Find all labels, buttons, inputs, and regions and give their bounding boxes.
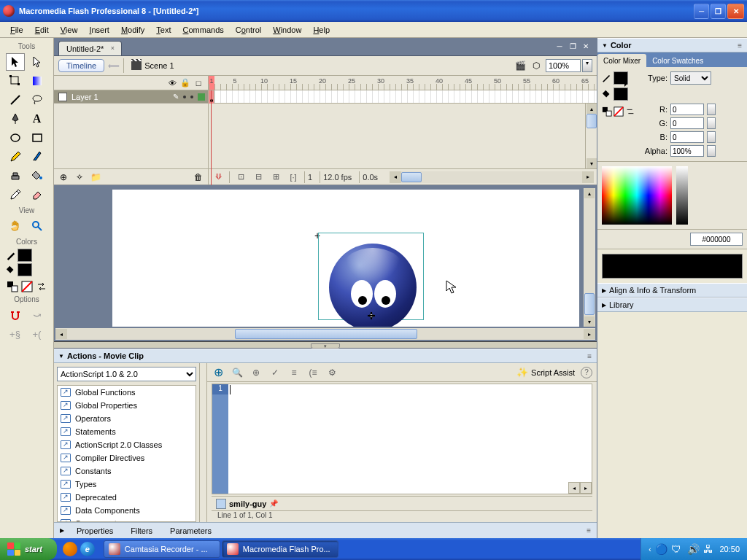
fill-swatch[interactable] [6,263,48,276]
timeline-hscroll-thumb[interactable] [401,172,422,182]
scroll-up-icon[interactable]: ▴ [587,104,597,114]
add-motion-guide-button[interactable]: ✧ [73,171,86,183]
lock-all-icon[interactable]: 🔒 [180,78,190,88]
debug-options-button[interactable]: ⚙ [325,366,338,379]
find-button[interactable]: 🔍 [231,366,244,379]
auto-format-button[interactable]: ≡ [287,366,301,379]
color-panel-menu-icon[interactable]: ≡ [738,42,743,50]
panel-drag-handle[interactable] [311,343,340,349]
stage-scroll-up-icon[interactable]: ▴ [584,188,595,198]
scroll-down-icon[interactable]: ▾ [587,158,597,168]
actions-category-item[interactable]: Operators [58,412,196,425]
ink-bottle-tool[interactable] [6,167,25,184]
help-button[interactable]: ? [581,367,592,378]
oval-tool[interactable] [6,129,25,147]
maximize-button[interactable]: ❐ [711,4,726,19]
fill-type-select[interactable]: Solid [670,71,711,85]
stage-scroll-down-icon[interactable]: ▾ [584,316,595,327]
tab-properties[interactable]: Properties [69,524,121,537]
mixer-default-colors-icon[interactable] [602,106,612,117]
actions-category-item[interactable]: Data Components [58,504,196,517]
brush-tool[interactable] [28,148,47,166]
eyedropper-tool[interactable] [6,186,25,203]
menu-file[interactable]: File [4,23,29,36]
r-spinner[interactable] [707,104,716,115]
pen-tool[interactable] [6,110,25,128]
alpha-spinner[interactable] [707,145,716,157]
code-editor[interactable]: 1 ◂▸ [212,384,592,494]
swap-colors-button[interactable] [35,281,48,292]
modify-onion-markers-button[interactable]: [·] [287,171,300,183]
script-assist-button[interactable]: ✨Script Assist [516,367,575,378]
edit-multiple-frames-button[interactable]: ⊞ [269,171,282,183]
free-transform-tool[interactable] [6,72,25,90]
panel-menu-icon[interactable]: ≡ [587,352,592,360]
doc-restore-icon[interactable]: ❐ [568,41,578,51]
clock[interactable]: 20:50 [719,545,740,553]
lasso-tool[interactable] [28,91,47,109]
menu-modify[interactable]: Modify [115,23,150,36]
timeline-toggle-button[interactable]: Timeline [58,59,104,72]
scroll-left-icon[interactable]: ◂ [390,171,401,183]
menu-commands[interactable]: Commands [177,23,230,36]
collapse-color-panel-icon[interactable]: ▼ [602,42,608,49]
splitter-handle[interactable] [200,363,207,522]
tab-parameters[interactable]: Parameters [162,524,220,537]
default-colors-button[interactable] [6,281,19,292]
show-hide-all-icon[interactable]: 👁 [167,78,177,88]
g-input[interactable] [670,117,704,129]
actions-category-item[interactable]: Global Functions [58,386,196,399]
doc-minimize-icon[interactable]: ─ [554,41,565,51]
hex-input[interactable] [690,233,743,246]
line-tool[interactable] [6,91,25,109]
r-input[interactable] [670,104,704,115]
code-scroll-right-icon[interactable]: ▸ [580,482,592,494]
system-tray[interactable]: ‹ 🔵 🛡 🔊 🖧 20:50 [640,538,747,560]
stroke-swatch[interactable] [6,249,48,262]
straighten-button[interactable]: +§ [6,325,25,343]
smooth-button[interactable]: ⤻ [28,306,47,324]
show-code-hint-button[interactable]: (≡ [306,366,320,379]
taskbar-item[interactable]: Macromedia Flash Pro... [222,540,338,558]
alpha-input[interactable] [670,145,704,157]
keyframe-1[interactable] [209,90,214,104]
actions-category-item[interactable]: Types [58,478,196,491]
color-picker-field[interactable] [602,166,672,225]
actions-category-item[interactable]: Constants [58,464,196,478]
brightness-slider[interactable] [676,166,688,225]
mixer-swap-colors-icon[interactable] [625,106,635,117]
menu-text[interactable]: Text [150,23,177,36]
timeline-hscroll[interactable]: ◂ ▸ [390,171,594,183]
menu-insert[interactable]: Insert [83,23,115,36]
eraser-tool[interactable] [28,186,47,203]
mixer-fill-swatch[interactable] [602,88,635,101]
b-input[interactable] [670,131,704,143]
zoom-dropdown-icon[interactable]: ▾ [582,59,592,72]
menu-edit[interactable]: Edit [29,23,55,36]
stage-vscroll-thumb[interactable] [584,293,595,315]
check-syntax-button[interactable]: ✓ [268,366,282,379]
document-tab[interactable]: Untitled-2* × [58,41,122,55]
pencil-tool[interactable] [6,148,25,166]
g-spinner[interactable] [707,117,716,129]
add-action-button[interactable]: ⊕ [212,366,225,379]
actions-category-item[interactable]: Deprecated [58,491,196,504]
stage-vscroll[interactable]: ▴ ▾ [584,188,595,327]
text-tool[interactable]: A [28,110,47,128]
actions-category-item[interactable]: Statements [58,425,196,438]
actions-category-item[interactable]: Components [58,517,196,522]
timeline-vscroll[interactable]: ▴ ▾ [585,104,597,168]
tab-filters[interactable]: Filters [123,524,160,537]
mixer-no-color-icon[interactable] [614,106,624,117]
collapse-panel-icon[interactable]: ▼ [58,353,64,359]
systray-expand-icon[interactable]: ‹ [649,545,651,553]
timeline-vscroll-thumb[interactable] [587,114,597,128]
systray-network-icon[interactable]: 🖧 [703,543,715,555]
layer-row[interactable]: Layer 1 ✎ [54,90,208,104]
no-color-button[interactable] [20,281,34,292]
insert-layer-button[interactable]: ⊕ [57,171,70,183]
close-tab-icon[interactable]: × [108,44,117,52]
layer-outline-color[interactable] [198,93,205,101]
outline-all-icon[interactable]: □ [193,78,204,88]
rectangle-tool[interactable] [28,129,47,147]
